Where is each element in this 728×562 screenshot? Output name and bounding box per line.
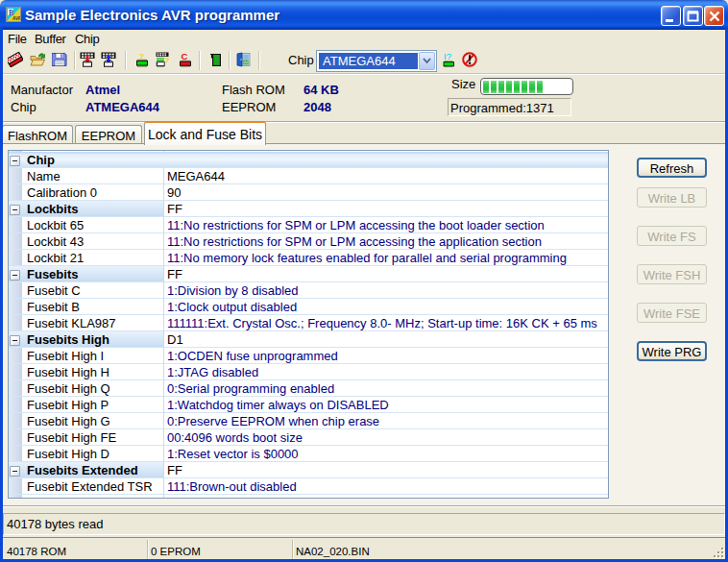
svg-text:AVR: AVR xyxy=(12,16,21,21)
svg-text:?: ? xyxy=(139,52,144,61)
svg-text:?: ? xyxy=(165,56,170,64)
svg-text:C: C xyxy=(182,52,188,61)
svg-text:I?: I? xyxy=(444,52,451,61)
